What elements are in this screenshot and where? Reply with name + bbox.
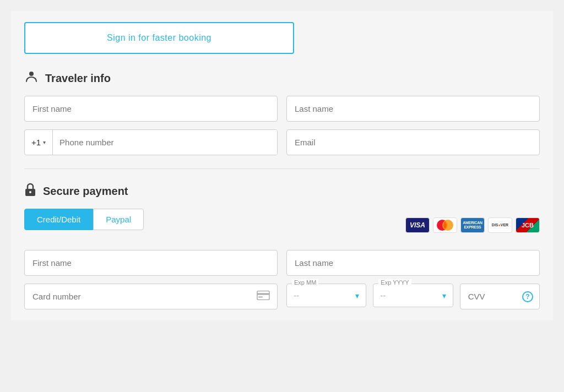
card-logos: VISA AMERICANEXPRESS DIS●VER JCB — [405, 217, 540, 233]
svg-rect-5 — [257, 291, 269, 300]
payment-first-name-input[interactable] — [24, 250, 278, 276]
card-number-section — [24, 284, 278, 309]
phone-prefix-value: +1 — [31, 138, 41, 147]
lock-icon — [24, 182, 36, 200]
exp-yyyy-field: Exp YYYY -- ▾ — [373, 284, 453, 307]
exp-mm-value: -- — [294, 291, 355, 300]
payment-last-name-input[interactable] — [286, 250, 540, 276]
payment-section-title: Secure payment — [43, 185, 128, 198]
tab-paypal[interactable]: Paypal — [93, 209, 144, 230]
exp-mm-label: Exp MM — [292, 279, 318, 286]
name-row — [24, 96, 540, 122]
exp-yyyy-label: Exp YYYY — [378, 279, 411, 286]
phone-chevron-icon: ▾ — [43, 139, 46, 145]
payment-name-row — [24, 250, 540, 276]
contact-row: +1 ▾ — [24, 129, 540, 155]
expiry-cvv-section: Exp MM -- ▾ Exp YYYY -- ▾ — [286, 284, 540, 309]
mastercard-logo — [433, 217, 457, 233]
svg-point-2 — [29, 191, 31, 193]
expiry-cvv-row: Exp MM -- ▾ Exp YYYY -- ▾ — [286, 284, 540, 309]
discover-logo: DIS●VER — [488, 217, 512, 233]
exp-yyyy-value: -- — [380, 291, 442, 300]
traveler-section-header: Traveler info — [24, 69, 540, 87]
exp-mm-chevron-icon: ▾ — [355, 291, 359, 300]
phone-wrapper: +1 ▾ — [24, 129, 278, 155]
visa-logo: VISA — [405, 217, 430, 233]
last-name-input[interactable] — [286, 96, 540, 122]
card-details-row: Exp MM -- ▾ Exp YYYY -- ▾ — [24, 284, 540, 309]
card-number-input[interactable] — [24, 284, 278, 309]
svg-rect-6 — [257, 293, 269, 295]
payment-section-header: Secure payment — [24, 182, 540, 200]
payment-tabs: Credit/Debit Paypal — [24, 209, 144, 230]
signin-button[interactable]: Sign in for faster booking — [24, 22, 294, 54]
email-field — [286, 129, 540, 155]
exp-mm-field: Exp MM -- ▾ — [286, 284, 366, 307]
traveler-section-title: Traveler info — [45, 72, 111, 85]
first-name-field — [24, 96, 278, 122]
phone-prefix-button[interactable]: +1 ▾ — [25, 130, 53, 155]
card-number-icon — [257, 290, 270, 303]
first-name-input[interactable] — [24, 96, 278, 122]
phone-field: +1 ▾ — [24, 129, 278, 155]
exp-yyyy-chevron-icon: ▾ — [442, 291, 446, 300]
cvv-help-button[interactable]: ? — [522, 291, 533, 302]
amex-logo: AMERICANEXPRESS — [460, 217, 485, 233]
cvv-field: ? — [460, 284, 540, 309]
traveler-icon — [24, 69, 39, 87]
email-input[interactable] — [286, 129, 540, 155]
page-container: Sign in for faster booking Traveler info… — [11, 11, 553, 320]
payment-last-name-field — [286, 250, 540, 276]
card-number-wrapper — [24, 284, 278, 309]
tab-credit-debit[interactable]: Credit/Debit — [24, 209, 93, 230]
svg-point-0 — [29, 72, 34, 76]
payment-first-name-field — [24, 250, 278, 276]
jcb-logo: JCB — [516, 217, 540, 233]
section-divider — [24, 168, 540, 169]
last-name-field — [286, 96, 540, 122]
payment-header-row: Credit/Debit Paypal VISA AMERICANEXPRESS… — [24, 209, 540, 241]
exp-yyyy-select[interactable]: -- ▾ — [373, 284, 453, 307]
exp-mm-select[interactable]: -- ▾ — [286, 284, 366, 307]
phone-input[interactable] — [53, 130, 277, 155]
svg-rect-7 — [258, 296, 263, 297]
